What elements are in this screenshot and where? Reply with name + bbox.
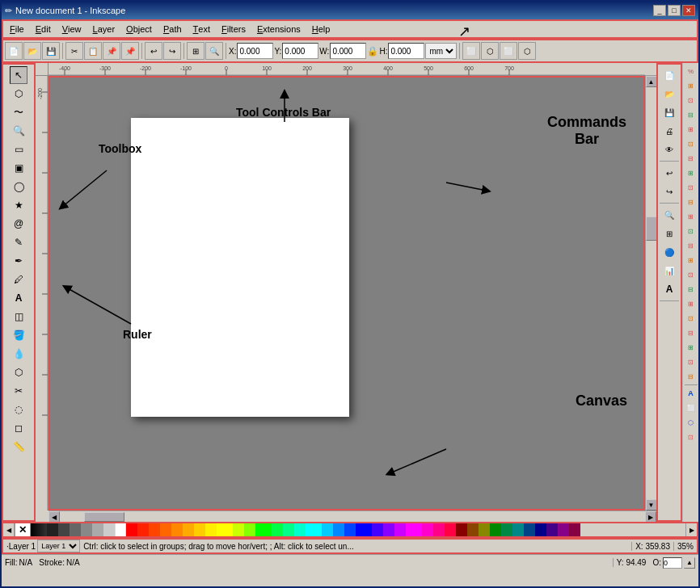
color-cyan[interactable]: [306, 522, 322, 538]
tool-tweak[interactable]: 〜: [10, 103, 27, 121]
palette-scroll-left[interactable]: ◀: [3, 522, 15, 538]
cmd-new[interactable]: 📄: [660, 66, 678, 84]
tb-transform1[interactable]: ⬜: [462, 42, 480, 60]
tool-star[interactable]: ★: [10, 196, 27, 214]
color-navy[interactable]: [535, 522, 546, 538]
tb-transform2[interactable]: ⬡: [481, 42, 499, 60]
tb-copy[interactable]: 📋: [84, 42, 102, 60]
tool-measure[interactable]: 📏: [10, 438, 27, 456]
tb-paste[interactable]: 📌: [103, 42, 120, 60]
color-rose[interactable]: [445, 522, 456, 538]
tool-gradient[interactable]: ◫: [10, 308, 27, 326]
w-input[interactable]: [330, 43, 366, 59]
tool-spiral[interactable]: @: [10, 215, 27, 233]
snap-btn-10[interactable]: ⊟: [684, 195, 698, 209]
tb-open[interactable]: 📂: [23, 42, 41, 60]
color-verylightgray[interactable]: [103, 522, 115, 538]
color-dark-red[interactable]: [456, 522, 467, 538]
snap-btn-25[interactable]: ⬡: [684, 415, 698, 430]
tb-paste2[interactable]: 📌: [121, 42, 139, 60]
snap-btn-7[interactable]: ⊟: [684, 151, 698, 166]
snap-btn-11[interactable]: ⊞: [684, 209, 698, 224]
color-dodger-blue[interactable]: [333, 522, 344, 538]
snap-btn-16[interactable]: ⊟: [684, 282, 698, 296]
color-dark-spring[interactable]: [501, 522, 512, 538]
color-red[interactable]: [126, 522, 137, 538]
color-yellow-green[interactable]: [233, 522, 244, 538]
snap-btn-20[interactable]: ⊞: [684, 340, 698, 355]
tool-select[interactable]: ↖: [10, 66, 27, 84]
snap-btn-26[interactable]: ⊡: [684, 430, 698, 444]
color-blue2[interactable]: [344, 522, 356, 538]
vscroll-thumb[interactable]: [646, 216, 657, 241]
snap-btn-6[interactable]: ⊡: [684, 136, 698, 151]
color-magenta2[interactable]: [394, 522, 406, 538]
color-dark-pink[interactable]: [569, 522, 580, 538]
cmd-xml[interactable]: 📊: [660, 262, 678, 279]
snap-btn-18[interactable]: ⊡: [684, 311, 698, 326]
color-pink[interactable]: [422, 522, 433, 538]
tool-eraser[interactable]: ◻: [10, 419, 27, 437]
color-amber[interactable]: [183, 522, 194, 538]
tool-calligraphy[interactable]: 🖊: [10, 271, 27, 288]
menu-object[interactable]: Object: [121, 21, 157, 37]
color-gray[interactable]: [58, 522, 70, 538]
hscroll-left[interactable]: ◀: [48, 511, 60, 522]
cmd-view[interactable]: 👁: [660, 141, 678, 158]
snap-btn-8[interactable]: ⊞: [684, 166, 698, 180]
tool-ellipse[interactable]: ◯: [10, 178, 27, 195]
color-magenta[interactable]: [406, 522, 422, 538]
snap-btn-23[interactable]: A: [684, 386, 698, 401]
vscroll-up[interactable]: ▲: [646, 76, 657, 87]
cmd-open[interactable]: 📂: [660, 85, 678, 103]
tool-text[interactable]: A: [10, 289, 27, 307]
color-darkorange[interactable]: [171, 522, 183, 538]
color-dark-magenta[interactable]: [558, 522, 569, 538]
color-lightgray[interactable]: [92, 522, 103, 538]
hscroll-thumb[interactable]: [84, 512, 124, 522]
color-green[interactable]: [255, 522, 272, 538]
unit-select[interactable]: mmpxcmin: [425, 43, 457, 59]
color-violet[interactable]: [372, 522, 383, 538]
tb-zoom-fit[interactable]: ⊞: [187, 42, 205, 60]
tool-connector[interactable]: ⬡: [10, 363, 27, 381]
opacity-input[interactable]: [663, 557, 682, 569]
color-olive[interactable]: [479, 522, 490, 538]
menu-file[interactable]: File: [5, 21, 29, 37]
color-black[interactable]: [31, 522, 47, 538]
color-sky-blue[interactable]: [322, 522, 333, 538]
cmd-text[interactable]: A: [660, 280, 678, 298]
color-orange-red[interactable]: [149, 522, 160, 538]
tool-pencil[interactable]: ✎: [10, 233, 27, 251]
tb-cut[interactable]: ✂: [65, 42, 83, 60]
snap-btn-3[interactable]: ⊡: [684, 93, 698, 107]
color-yellow3[interactable]: [205, 522, 217, 538]
tool-spray[interactable]: ◌: [10, 401, 27, 418]
hscrollbar[interactable]: ◀ ▶: [48, 510, 656, 522]
tb-transform4[interactable]: ⬡: [518, 42, 536, 60]
snap-btn-1[interactable]: %: [684, 64, 698, 78]
color-orange[interactable]: [160, 522, 171, 538]
color-yellow[interactable]: [217, 522, 233, 538]
color-white[interactable]: [115, 522, 126, 538]
snap-btn-4[interactable]: ⊟: [684, 107, 698, 122]
color-teal[interactable]: [512, 522, 524, 538]
color-dark-green[interactable]: [490, 522, 501, 538]
menu-extensions[interactable]: Extensions: [252, 21, 306, 37]
menu-help[interactable]: Help: [307, 21, 335, 37]
color-red2[interactable]: [137, 522, 149, 538]
color-purple2[interactable]: [383, 522, 394, 538]
palette-none[interactable]: ✕: [15, 522, 31, 538]
tool-pen[interactable]: ✒: [10, 252, 27, 270]
color-darkgray[interactable]: [47, 522, 58, 538]
vscrollbar[interactable]: ▲ ▼: [645, 76, 656, 510]
snap-btn-22[interactable]: ⊟: [684, 369, 698, 384]
vscroll-down[interactable]: ▼: [646, 499, 657, 510]
cmd-align[interactable]: ⊞: [660, 225, 678, 242]
minimize-button[interactable]: _: [653, 5, 666, 16]
color-brown[interactable]: [467, 522, 479, 538]
close-button[interactable]: ✕: [682, 5, 695, 16]
color-blue[interactable]: [356, 522, 372, 538]
color-chartreuse[interactable]: [244, 522, 255, 538]
color-silver[interactable]: [81, 522, 92, 538]
